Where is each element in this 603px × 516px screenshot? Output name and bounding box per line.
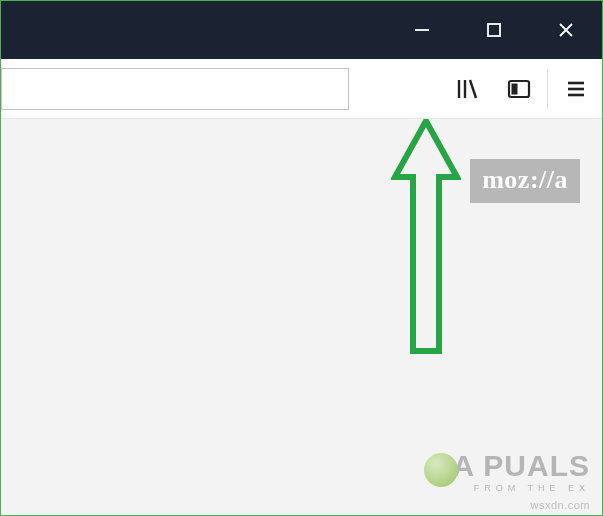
library-button[interactable] xyxy=(441,59,493,118)
svg-line-6 xyxy=(470,80,476,98)
svg-rect-8 xyxy=(512,83,518,94)
mozilla-badge: moz://a xyxy=(470,159,580,203)
sidebar-icon xyxy=(506,76,532,102)
close-button[interactable] xyxy=(530,1,602,59)
address-bar[interactable] xyxy=(1,68,349,110)
sidebar-button[interactable] xyxy=(493,59,545,118)
hamburger-menu-icon xyxy=(564,77,588,101)
maximize-icon xyxy=(485,21,503,39)
toolbar-buttons xyxy=(441,59,602,118)
maximize-button[interactable] xyxy=(458,1,530,59)
library-icon xyxy=(454,76,480,102)
toolbar-separator xyxy=(547,69,548,109)
svg-rect-1 xyxy=(488,24,500,36)
browser-toolbar xyxy=(1,59,602,119)
menu-button[interactable] xyxy=(550,59,602,118)
close-icon xyxy=(556,20,576,40)
content-area: moz://a xyxy=(1,119,602,516)
window-titlebar xyxy=(1,1,602,59)
minimize-icon xyxy=(413,21,431,39)
minimize-button[interactable] xyxy=(386,1,458,59)
